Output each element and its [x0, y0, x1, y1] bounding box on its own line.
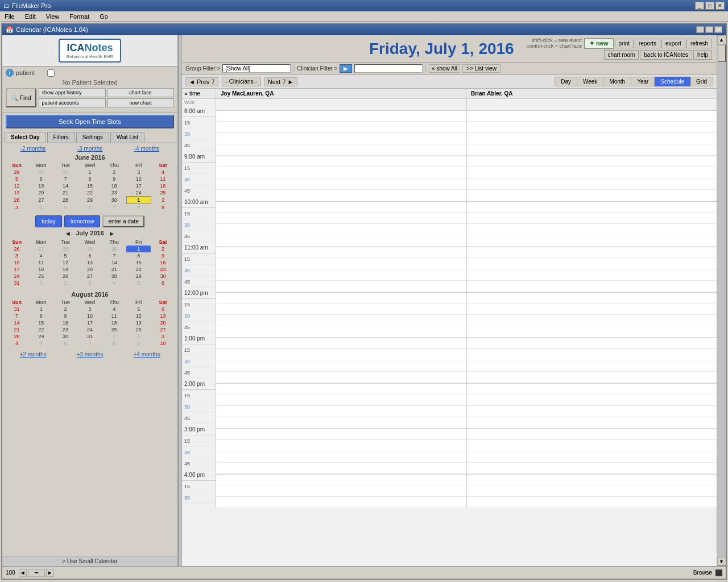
list-item[interactable]: 28 — [5, 333, 29, 340]
list-item[interactable]: 13 — [29, 182, 53, 189]
next-button[interactable]: Next 7 ► — [264, 77, 297, 86]
list-item[interactable] — [467, 372, 717, 383]
list-item[interactable]: 21 — [102, 266, 126, 273]
app-restore-button[interactable]: □ — [705, 26, 713, 33]
view-tab-grid[interactable]: Grid — [690, 77, 713, 86]
list-item[interactable] — [216, 224, 466, 235]
list-item[interactable]: 16 — [151, 259, 175, 266]
list-item[interactable] — [467, 281, 717, 292]
list-item[interactable] — [467, 269, 717, 281]
list-item[interactable]: 17 — [5, 266, 29, 273]
list-item[interactable]: 20 — [78, 266, 102, 273]
minimize-button[interactable]: _ — [695, 2, 704, 10]
list-item[interactable]: 15 — [29, 319, 53, 326]
list-item[interactable]: 26 — [5, 246, 29, 252]
list-item[interactable]: 7 — [102, 252, 126, 259]
list-item[interactable] — [467, 133, 717, 144]
plus2-months-link[interactable]: +2 months — [20, 351, 47, 357]
list-item[interactable]: 21 — [5, 326, 29, 333]
list-item[interactable]: 5 — [53, 252, 78, 259]
back-to-icanotes-button[interactable]: back to ICANotes — [640, 50, 692, 60]
group-filter-input[interactable] — [222, 64, 291, 73]
list-item[interactable]: 10 — [5, 259, 29, 266]
list-view-button[interactable]: >> List view — [462, 64, 500, 73]
list-item[interactable] — [467, 190, 717, 201]
list-item[interactable]: 29 — [5, 169, 29, 176]
list-item[interactable]: 22 — [126, 266, 151, 273]
list-item[interactable]: 24 — [78, 326, 102, 333]
use-small-calendar-button[interactable]: > Use Small Calendar — [2, 556, 177, 566]
list-item[interactable]: 31 — [78, 333, 102, 340]
list-item[interactable]: 14 — [53, 182, 78, 189]
list-item[interactable]: 5 — [29, 340, 53, 347]
list-item[interactable] — [216, 269, 466, 281]
list-item[interactable]: 1 — [102, 333, 126, 340]
menu-edit[interactable]: Edit — [23, 13, 38, 20]
close-button[interactable]: ✕ — [715, 2, 725, 10]
tab-wait-list[interactable]: Wait List — [110, 132, 144, 143]
list-item[interactable]: 27 — [78, 273, 102, 280]
list-item[interactable]: 2 — [151, 197, 175, 204]
list-item[interactable] — [467, 394, 717, 406]
tab-select-day[interactable]: Select Day — [5, 132, 46, 143]
list-item[interactable] — [216, 281, 466, 292]
list-item[interactable] — [216, 110, 466, 122]
calendar-area[interactable]: -2 months -3 months -4 months June 2016 … — [2, 143, 177, 556]
view-tab-schedule[interactable]: Schedule — [655, 77, 690, 86]
list-item[interactable] — [216, 167, 466, 178]
list-item[interactable] — [216, 383, 466, 394]
list-item[interactable]: 29 — [29, 333, 53, 340]
app-minimize-button[interactable]: _ — [696, 26, 704, 33]
reports-button[interactable]: reports — [635, 39, 660, 48]
list-item[interactable] — [467, 474, 717, 485]
list-item[interactable] — [467, 326, 717, 338]
scroll-down-arrow[interactable]: ▼ — [717, 557, 726, 566]
list-item[interactable] — [467, 417, 717, 429]
list-item[interactable] — [216, 406, 466, 417]
list-item[interactable]: 4 — [29, 252, 53, 259]
list-item[interactable] — [216, 394, 466, 406]
list-item[interactable] — [216, 485, 466, 497]
clinicians-dropdown[interactable]: - Clinicians - — [222, 77, 261, 86]
list-item[interactable]: 3 — [151, 333, 175, 340]
prev-button[interactable]: ◄ Prev 7 — [185, 77, 218, 86]
list-item[interactable] — [216, 133, 466, 144]
list-item[interactable]: 13 — [151, 313, 175, 319]
list-item[interactable]: 9 — [53, 313, 78, 319]
list-item[interactable]: 5 — [5, 176, 29, 182]
patient-accounts-button[interactable]: patient accounts — [39, 98, 106, 107]
new-event-button[interactable]: new — [584, 38, 613, 49]
menu-file[interactable]: File — [2, 13, 17, 20]
list-item[interactable]: 8 — [29, 313, 53, 319]
list-item[interactable]: 23 — [53, 326, 78, 333]
list-item[interactable]: 6 — [53, 340, 78, 347]
list-item[interactable]: 7 — [5, 313, 29, 319]
scroll-up-arrow[interactable]: ▲ — [717, 35, 726, 44]
list-item[interactable]: 29 — [78, 246, 102, 252]
schedule-area[interactable]: ▲ time Joy MacLauren, QA Brian Abler, QA… — [182, 89, 717, 566]
list-item[interactable]: 9 — [151, 252, 175, 259]
list-item[interactable] — [216, 247, 466, 258]
list-item[interactable]: 22 — [29, 326, 53, 333]
list-item[interactable] — [216, 190, 466, 201]
list-item[interactable] — [467, 178, 717, 190]
help-button[interactable]: help — [693, 50, 712, 60]
maximize-button[interactable]: □ — [705, 2, 714, 10]
list-item[interactable]: 31 — [5, 280, 29, 286]
list-item[interactable]: 26 — [126, 326, 151, 333]
list-item[interactable]: 18 — [29, 266, 53, 273]
find-button[interactable]: 🔍 Find — [6, 88, 36, 107]
list-item[interactable]: 2 — [53, 306, 78, 313]
clinician-2-column[interactable] — [467, 99, 717, 508]
list-item[interactable]: 11 — [29, 259, 53, 266]
list-item[interactable]: 25 — [102, 326, 126, 333]
list-item[interactable]: 1 — [29, 306, 53, 313]
list-item[interactable]: 8 — [102, 340, 126, 347]
list-item[interactable] — [216, 235, 466, 247]
list-item[interactable]: 2 — [102, 169, 126, 176]
export-button[interactable]: export — [661, 39, 685, 48]
list-item[interactable] — [467, 463, 717, 474]
list-item[interactable] — [467, 110, 717, 122]
list-item[interactable] — [216, 417, 466, 429]
list-item[interactable]: 8 — [126, 252, 151, 259]
